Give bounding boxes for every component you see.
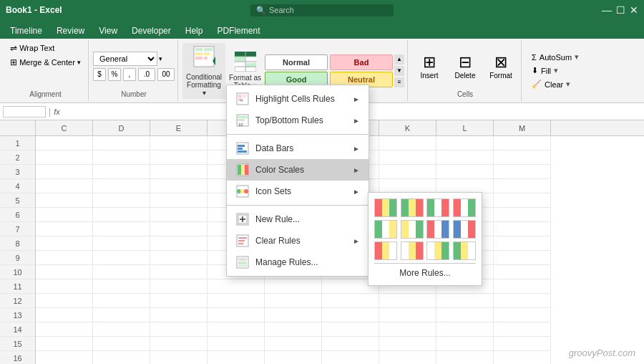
grid-cell[interactable] xyxy=(494,150,551,165)
grid-cell[interactable] xyxy=(150,236,208,251)
color-scale-option[interactable] xyxy=(453,220,476,239)
normal-style[interactable]: Normal xyxy=(265,54,328,70)
menu-clearrules[interactable]: Clear Rules ► xyxy=(227,230,369,252)
grid-cell[interactable] xyxy=(36,136,93,150)
search-bar[interactable]: 🔍 xyxy=(250,4,394,16)
format-button[interactable]: ⊠ Format xyxy=(484,42,518,90)
grid-cell[interactable] xyxy=(322,322,379,337)
grid-cell[interactable] xyxy=(436,150,494,165)
grid-cell[interactable] xyxy=(150,279,208,294)
close-icon[interactable]: ✕ xyxy=(630,4,638,16)
grid-cell[interactable] xyxy=(93,351,150,364)
grid-cell[interactable] xyxy=(494,136,551,150)
grid-cell[interactable] xyxy=(36,208,93,222)
col-c[interactable]: C xyxy=(36,120,93,135)
grid-cell[interactable] xyxy=(322,351,379,364)
grid-cell[interactable] xyxy=(36,279,93,294)
grid-cell[interactable] xyxy=(93,294,150,308)
grid-cell[interactable] xyxy=(265,322,322,337)
grid-cell[interactable] xyxy=(150,193,208,208)
grid-cell[interactable] xyxy=(379,179,436,193)
grid-cell[interactable] xyxy=(150,265,208,279)
grid-cell[interactable] xyxy=(494,179,551,193)
grid-cell[interactable] xyxy=(36,351,93,364)
grid-cell[interactable] xyxy=(36,337,93,351)
grid-cell[interactable] xyxy=(265,294,322,308)
grid-cell[interactable] xyxy=(379,351,436,364)
color-scale-option[interactable] xyxy=(426,241,449,260)
grid-cell[interactable] xyxy=(494,322,551,337)
grid-cell[interactable] xyxy=(436,308,494,322)
search-input[interactable] xyxy=(269,6,384,14)
grid-cell[interactable] xyxy=(208,308,265,322)
grid-cell[interactable] xyxy=(93,308,150,322)
grid-cell[interactable] xyxy=(494,165,551,179)
grid-cell[interactable] xyxy=(265,308,322,322)
grid-cell[interactable] xyxy=(93,179,150,193)
grid-cell[interactable] xyxy=(150,136,208,150)
grid-cell[interactable] xyxy=(379,337,436,351)
color-scale-option[interactable] xyxy=(401,220,424,239)
grid-cell[interactable] xyxy=(379,308,436,322)
color-scale-option[interactable] xyxy=(374,241,397,260)
grid-cell[interactable] xyxy=(150,308,208,322)
col-k[interactable]: K xyxy=(379,120,436,135)
grid-cell[interactable] xyxy=(93,165,150,179)
tab-view[interactable]: View xyxy=(92,23,125,39)
color-scale-option[interactable] xyxy=(374,220,397,239)
grid-cell[interactable] xyxy=(379,136,436,150)
grid-cell[interactable] xyxy=(265,337,322,351)
grid-cell[interactable] xyxy=(36,222,93,236)
tab-timeline[interactable]: Timeline xyxy=(3,23,49,39)
tab-developer[interactable]: Developer xyxy=(125,23,178,39)
percent-button[interactable]: % xyxy=(108,68,121,81)
col-m[interactable]: M xyxy=(494,120,551,135)
grid-cell[interactable] xyxy=(494,208,551,222)
styles-expand[interactable]: ≡ xyxy=(394,77,404,87)
color-scale-option[interactable] xyxy=(401,198,424,217)
menu-iconsets[interactable]: Icon Sets ► xyxy=(227,181,369,202)
grid-cell[interactable] xyxy=(36,294,93,308)
wrap-text-button[interactable]: ⇌ Wrap Text xyxy=(7,42,57,54)
grid-cell[interactable] xyxy=(322,308,379,322)
fill-button[interactable]: ⬇ Fill ▾ xyxy=(529,64,582,77)
menu-databars[interactable]: Data Bars ► xyxy=(227,138,369,159)
grid-cell[interactable] xyxy=(36,236,93,251)
grid-cell[interactable] xyxy=(93,265,150,279)
grid-cell[interactable] xyxy=(93,208,150,222)
grid-cell[interactable] xyxy=(36,165,93,179)
grid-cell[interactable] xyxy=(93,222,150,236)
grid-cell[interactable] xyxy=(36,322,93,337)
grid-cell[interactable] xyxy=(436,294,494,308)
decimal-decrease-button[interactable]: 00 xyxy=(157,68,175,81)
menu-colorscales[interactable]: Color Scales ► xyxy=(227,159,369,181)
clear-button[interactable]: 🧹 Clear ▾ xyxy=(529,78,582,90)
color-scale-option[interactable] xyxy=(401,241,424,260)
grid-cell[interactable] xyxy=(436,179,494,193)
grid-cell[interactable] xyxy=(494,251,551,265)
grid-cell[interactable] xyxy=(208,322,265,337)
grid-cell[interactable] xyxy=(494,337,551,351)
tab-review[interactable]: Review xyxy=(49,23,92,39)
dollar-button[interactable]: $ xyxy=(93,68,106,81)
grid-cell[interactable] xyxy=(436,165,494,179)
tab-help[interactable]: Help xyxy=(178,23,210,39)
styles-scroll-down[interactable]: ▼ xyxy=(394,66,404,76)
grid-cell[interactable] xyxy=(265,351,322,364)
color-scale-option[interactable] xyxy=(426,220,449,239)
grid-cell[interactable] xyxy=(93,193,150,208)
more-rules-button[interactable]: More Rules... xyxy=(374,263,476,279)
grid-cell[interactable] xyxy=(208,279,265,294)
grid-cell[interactable] xyxy=(494,308,551,322)
grid-cell[interactable] xyxy=(379,322,436,337)
grid-cell[interactable] xyxy=(494,265,551,279)
grid-cell[interactable] xyxy=(436,351,494,364)
color-scale-option[interactable] xyxy=(374,198,397,217)
col-d[interactable]: D xyxy=(93,120,150,135)
grid-cell[interactable] xyxy=(150,337,208,351)
grid-cell[interactable] xyxy=(93,236,150,251)
grid-cell[interactable] xyxy=(93,150,150,165)
col-l[interactable]: L xyxy=(436,120,494,135)
grid-cell[interactable] xyxy=(436,322,494,337)
grid-cell[interactable] xyxy=(36,193,93,208)
